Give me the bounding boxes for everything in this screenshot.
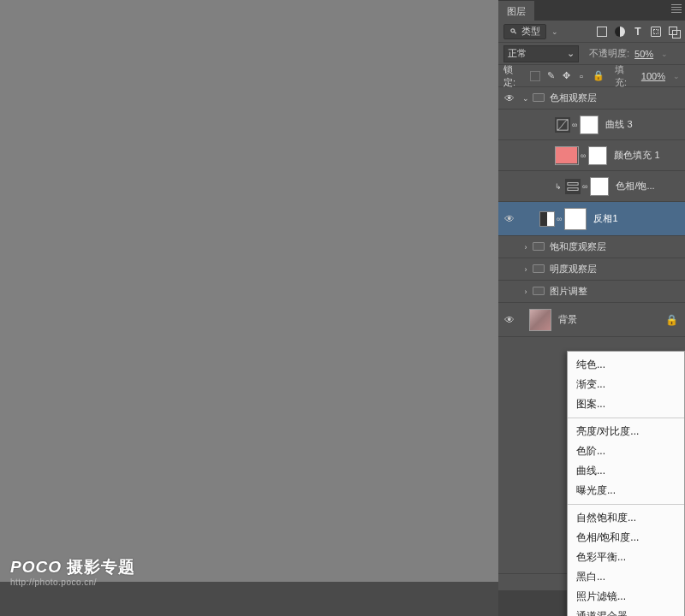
- layer-hsl[interactable]: 👁 ↳ ∞ 色相/饱...: [498, 171, 685, 202]
- svg-rect-2: [568, 187, 578, 190]
- invert-icon: [539, 211, 555, 227]
- visibility-toggle[interactable]: 👁: [498, 264, 521, 275]
- opacity-label: 不透明度:: [589, 47, 629, 60]
- color-fill-thumb[interactable]: [555, 146, 579, 165]
- expand-toggle[interactable]: ⌄: [521, 94, 531, 103]
- folder-icon: [533, 264, 545, 275]
- expand-toggle[interactable]: ›: [521, 243, 531, 252]
- lock-row: 锁定: ✎ ✥ ▫ 🔒 填充: 100% ⌄: [498, 65, 685, 87]
- menu-item-brightness-contrast[interactable]: 亮度/对比度...: [568, 422, 684, 441]
- group-name: 色相观察层: [550, 92, 597, 104]
- layer-thumbnail[interactable]: [529, 309, 551, 331]
- panel-menu-icon[interactable]: [671, 4, 682, 13]
- chevron-down-icon[interactable]: ⌄: [673, 72, 680, 80]
- layer-mask-thumb[interactable]: [588, 146, 607, 165]
- watermark-title: 摄影专题: [67, 558, 135, 576]
- visibility-toggle[interactable]: 👁: [498, 213, 521, 225]
- blend-row: 正常 ⌄ 不透明度: 50% ⌄: [498, 43, 685, 65]
- menu-item-solid-color[interactable]: 纯色...: [568, 355, 684, 375]
- layer-name[interactable]: 反相1: [593, 212, 617, 225]
- visibility-toggle[interactable]: 👁: [498, 119, 521, 131]
- filter-type-label: 类型: [521, 25, 540, 38]
- menu-item-exposure[interactable]: 曝光度...: [568, 481, 684, 500]
- visibility-toggle[interactable]: 👁: [498, 286, 521, 298]
- menu-item-gradient[interactable]: 渐变...: [568, 375, 684, 394]
- document-canvas[interactable]: [0, 0, 498, 582]
- watermark-url: http://photo.poco.cn/: [10, 578, 135, 587]
- lock-all-icon[interactable]: 🔒: [593, 70, 605, 81]
- clip-indicator-icon: ↳: [555, 182, 562, 191]
- fill-label: 填充:: [615, 63, 636, 89]
- layers-list: 👁 ⌄ 色相观察层 👁 ∞ 曲线 3 👁 ∞ 颜色填充 1: [498, 87, 685, 337]
- chevron-down-icon[interactable]: ⌄: [661, 50, 668, 58]
- expand-toggle[interactable]: ›: [521, 265, 531, 274]
- search-icon: [509, 27, 518, 36]
- lock-artboard-icon[interactable]: ▫: [576, 71, 587, 81]
- layer-name[interactable]: 背景: [558, 313, 577, 326]
- lock-pixels-icon[interactable]: ✎: [546, 71, 557, 81]
- menu-item-black-white[interactable]: 黑白...: [568, 567, 684, 587]
- layer-filter-row: 类型 ⌄ T: [498, 21, 685, 43]
- layer-group-sat[interactable]: 👁 › 饱和度观察层: [498, 236, 685, 258]
- menu-item-channel-mixer[interactable]: 通道混合器...: [568, 607, 684, 616]
- layer-mask-thumb[interactable]: [590, 177, 609, 196]
- layer-mask-thumb[interactable]: [580, 116, 599, 134]
- blend-mode-select[interactable]: 正常 ⌄: [503, 45, 579, 62]
- watermark-brand: POCO: [10, 558, 62, 576]
- layer-curves3[interactable]: 👁 ∞ 曲线 3: [498, 110, 685, 140]
- menu-item-photo-filter[interactable]: 照片滤镜...: [568, 587, 684, 607]
- layer-group-lum[interactable]: 👁 › 明度观察层: [498, 258, 685, 281]
- tab-layers[interactable]: 图层: [498, 1, 534, 22]
- group-name: 图片调整: [550, 285, 587, 298]
- menu-item-pattern[interactable]: 图案...: [568, 394, 684, 414]
- filter-icons: T: [596, 26, 680, 38]
- chevron-down-icon[interactable]: ⌄: [551, 27, 558, 36]
- filter-smart-icon[interactable]: [668, 26, 680, 38]
- curves-icon: [555, 117, 570, 133]
- lock-transparency-icon[interactable]: [530, 71, 540, 81]
- layer-name[interactable]: 颜色填充 1: [614, 149, 659, 162]
- lock-icon[interactable]: 🔒: [665, 314, 678, 326]
- link-icon: ∞: [572, 121, 577, 129]
- menu-item-hue-saturation[interactable]: 色相/饱和度...: [568, 528, 684, 548]
- menu-item-levels[interactable]: 色阶...: [568, 441, 684, 461]
- panel-tab-bar: 图层: [498, 0, 685, 21]
- layer-mask-thumb[interactable]: [564, 208, 587, 230]
- expand-toggle[interactable]: ›: [521, 287, 531, 296]
- folder-icon: [533, 93, 545, 104]
- visibility-toggle[interactable]: 👁: [498, 150, 521, 162]
- layer-group-adj[interactable]: 👁 › 图片调整: [498, 281, 685, 303]
- filter-pixel-icon[interactable]: [596, 26, 608, 38]
- visibility-toggle[interactable]: 👁: [498, 314, 521, 326]
- lock-position-icon[interactable]: ✥: [563, 70, 570, 81]
- app-root: POCO 摄影专题 http://photo.poco.cn/ 图层 类型 ⌄ …: [0, 0, 685, 616]
- layer-name[interactable]: 色相/饱...: [616, 180, 654, 192]
- fill-value[interactable]: 100%: [641, 71, 665, 81]
- group-name: 饱和度观察层: [550, 240, 606, 253]
- folder-icon: [533, 287, 545, 297]
- filter-shape-icon[interactable]: [650, 26, 662, 38]
- svg-rect-1: [568, 182, 578, 185]
- link-icon: ∞: [557, 215, 562, 223]
- visibility-toggle[interactable]: 👁: [498, 241, 521, 253]
- menu-item-color-balance[interactable]: 色彩平衡...: [568, 548, 684, 567]
- link-icon: ∞: [581, 151, 586, 160]
- layer-name[interactable]: 曲线 3: [605, 118, 632, 131]
- layer-group-hue[interactable]: 👁 ⌄ 色相观察层: [498, 87, 685, 110]
- filter-adjustment-icon[interactable]: [614, 26, 626, 38]
- menu-item-vibrance[interactable]: 自然饱和度...: [568, 508, 684, 528]
- link-icon: ∞: [582, 182, 587, 191]
- filter-type-dropdown[interactable]: 类型: [503, 24, 546, 39]
- opacity-value[interactable]: 50%: [634, 49, 653, 59]
- menu-item-curves[interactable]: 曲线...: [568, 461, 684, 481]
- layer-invert1[interactable]: 👁 ∞ 反相1: [498, 202, 685, 236]
- group-name: 明度观察层: [550, 263, 597, 275]
- lock-label: 锁定:: [503, 63, 525, 89]
- layer-colorfill1[interactable]: 👁 ∞ 颜色填充 1: [498, 140, 685, 171]
- visibility-toggle[interactable]: 👁: [498, 181, 521, 192]
- filter-type-icon[interactable]: T: [632, 26, 644, 38]
- layer-background[interactable]: 👁 背景 🔒: [498, 303, 685, 337]
- folder-icon: [533, 242, 545, 252]
- visibility-toggle[interactable]: 👁: [498, 92, 521, 104]
- blend-mode-value: 正常: [508, 47, 527, 60]
